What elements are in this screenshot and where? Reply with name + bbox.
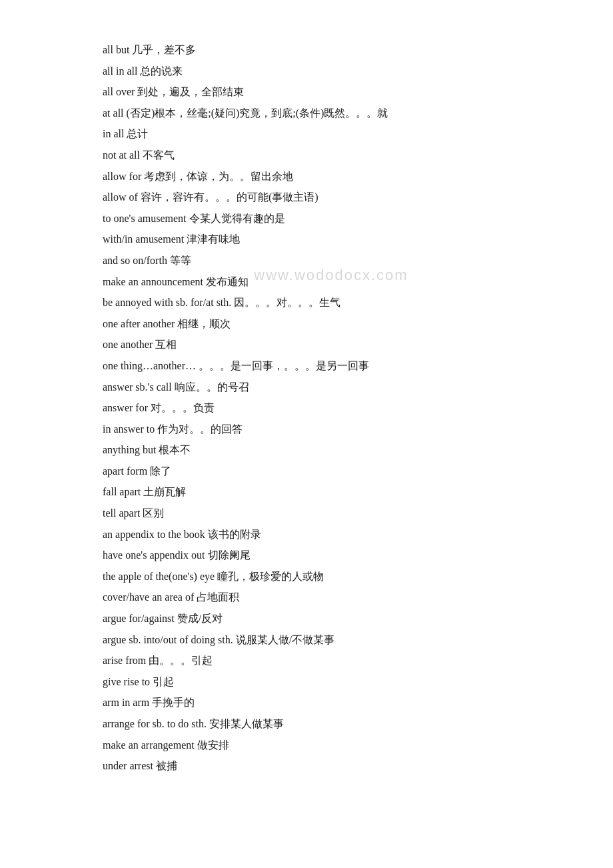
phrase-line: allow for 考虑到，体谅，为。。留出余地 (103, 167, 560, 187)
phrase-line: cover/have an area of 占地面积 (103, 587, 560, 607)
phrase-english: answer for (103, 402, 151, 413)
phrase-chinese: 津津有味地 (187, 233, 240, 245)
phrase-chinese: 切除阑尾 (208, 549, 251, 561)
phrase-english: in all (103, 128, 127, 139)
phrase-chinese: 引起 (153, 676, 174, 687)
phrase-chinese: 总计 (127, 128, 148, 139)
phrase-chinese: 容许，容许有。。。的可能(事做主语) (141, 191, 318, 203)
phrase-english: arm in arm (103, 697, 152, 708)
phrase-line: make an announcement 发布通知 (103, 272, 560, 292)
phrase-english: not at all (103, 149, 143, 161)
phrase-line: at all (否定)根本，丝毫;(疑问)究竟，到底;(条件)既然。。。就 (103, 103, 560, 123)
phrase-chinese: 发布通知 (206, 276, 249, 287)
phrase-chinese: 。。。是一回事，。。。是另一回事 (199, 360, 369, 371)
phrase-chinese: 响应。。的号召 (175, 381, 249, 393)
phrase-line: one another 互相 (103, 335, 560, 355)
phrase-english: and so on/forth (103, 255, 170, 266)
phrase-line: arm in arm 手挽手的 (103, 693, 560, 713)
phrase-chinese: 不客气 (143, 149, 175, 161)
phrase-chinese: 土崩瓦解 (143, 486, 186, 497)
phrase-line: tell apart 区别 (103, 503, 560, 523)
phrase-chinese: 除了 (150, 465, 171, 477)
phrase-line: and so on/forth 等等 (103, 251, 560, 271)
phrase-line: one after another 相继，顺次 (103, 314, 560, 334)
phrase-chinese: 到处，遍及，全部结束 (137, 86, 244, 97)
phrase-line: arrange for sb. to do sth. 安排某人做某事 (103, 714, 560, 734)
phrase-line: make an arrangement 做安排 (103, 735, 560, 755)
phrase-english: allow of (103, 191, 141, 203)
phrase-english: tell apart (103, 507, 143, 519)
phrase-chinese: 对。。。负责 (151, 402, 215, 413)
phrases-container: all but 几乎，差不多all in all 总的说来all over 到处… (103, 40, 560, 776)
phrase-line: an appendix to the book 该书的附录 (103, 525, 560, 545)
phrase-chinese: 被捕 (156, 760, 177, 771)
phrase-chinese: 几乎，差不多 (132, 44, 196, 55)
phrase-line: anything but 根本不 (103, 440, 560, 460)
phrase-english: arise from (103, 655, 149, 666)
phrase-line: under arrest 被捕 (103, 756, 560, 776)
phrase-english: have one's appendix out (103, 549, 208, 561)
phrase-english: an appendix to the book (103, 529, 208, 540)
phrase-line: argue sb. into/out of doing sth. 说服某人做/不… (103, 630, 560, 650)
phrase-chinese: 赞成/反对 (177, 613, 223, 624)
phrase-chinese: 占地面积 (197, 591, 239, 603)
phrase-english: all over (103, 86, 137, 97)
phrase-line: not at all 不客气 (103, 145, 560, 165)
phrase-chinese: (否定)根本，丝毫;(疑问)究竟，到底;(条件)既然。。。就 (127, 107, 388, 119)
phrase-chinese: 令某人觉得有趣的是 (189, 213, 285, 224)
phrase-chinese: 该书的附录 (208, 529, 261, 540)
phrase-line: the apple of the(one's) eye 瞳孔，极珍爱的人或物 (103, 567, 560, 587)
phrase-english: argue sb. into/out of doing sth. (103, 634, 236, 645)
phrase-english: with/in amusement (103, 233, 187, 245)
phrase-chinese: 区别 (143, 507, 164, 519)
phrase-chinese: 互相 (155, 339, 177, 350)
phrase-line: answer sb.'s call 响应。。的号召 (103, 377, 560, 397)
phrase-chinese: 做安排 (197, 739, 229, 751)
phrase-chinese: 安排某人做某事 (209, 718, 284, 729)
phrase-english: apart form (103, 465, 150, 477)
phrase-english: one another (103, 339, 155, 350)
phrase-chinese: 总的说来 (140, 65, 183, 77)
phrase-line: in answer to 作为对。。的回答 (103, 419, 560, 439)
phrase-chinese: 因。。。对。。。生气 (234, 297, 340, 308)
phrase-line: fall apart 土崩瓦解 (103, 482, 560, 502)
phrase-line: all over 到处，遍及，全部结束 (103, 82, 560, 102)
phrase-line: apart form 除了 (103, 461, 560, 481)
phrase-chinese: 考虑到，体谅，为。。留出余地 (144, 171, 293, 182)
phrase-line: one thing…another… 。。。是一回事，。。。是另一回事 (103, 356, 560, 376)
phrase-line: all but 几乎，差不多 (103, 40, 560, 60)
phrase-line: to one's amusement 令某人觉得有趣的是 (103, 209, 560, 229)
phrase-line: be annoyed with sb. for/at sth. 因。。。对。。。… (103, 293, 560, 313)
phrase-chinese: 由。。。引起 (149, 655, 213, 666)
phrase-line: have one's appendix out 切除阑尾 (103, 545, 560, 565)
phrase-chinese: 等等 (170, 255, 191, 266)
phrase-chinese: 瞳孔，极珍爱的人或物 (217, 571, 324, 582)
phrase-line: allow of 容许，容许有。。。的可能(事做主语) (103, 187, 560, 207)
phrase-line: answer for 对。。。负责 (103, 398, 560, 418)
phrase-line: in all 总计 (103, 124, 560, 144)
phrase-english: make an arrangement (103, 739, 197, 751)
phrase-english: make an announcement (103, 276, 206, 287)
phrase-english: one thing…another… (103, 360, 199, 371)
phrase-english: anything but (103, 444, 159, 455)
phrase-chinese: 作为对。。的回答 (157, 423, 243, 435)
phrase-chinese: 相继，顺次 (177, 318, 231, 329)
phrase-line: give rise to 引起 (103, 672, 560, 692)
phrase-english: argue for/against (103, 613, 177, 624)
phrase-line: argue for/against 赞成/反对 (103, 609, 560, 629)
phrase-english: be annoyed with sb. for/at sth. (103, 297, 234, 308)
phrase-english: one after another (103, 318, 177, 329)
phrase-english: all but (103, 44, 132, 55)
phrase-chinese: 手挽手的 (152, 697, 195, 708)
phrase-line: all in all 总的说来 (103, 61, 560, 81)
phrase-english: at all (103, 107, 127, 119)
phrase-line: with/in amusement 津津有味地 (103, 229, 560, 249)
content-area: www.wododocx.com all but 几乎，差不多all in al… (103, 40, 560, 776)
phrase-english: under arrest (103, 760, 156, 771)
phrase-english: arrange for sb. to do sth. (103, 718, 209, 729)
phrase-english: in answer to (103, 423, 157, 435)
phrase-english: cover/have an area of (103, 591, 197, 603)
phrase-english: answer sb.'s call (103, 381, 175, 393)
phrase-english: fall apart (103, 486, 143, 497)
phrase-chinese: 根本不 (159, 444, 191, 455)
